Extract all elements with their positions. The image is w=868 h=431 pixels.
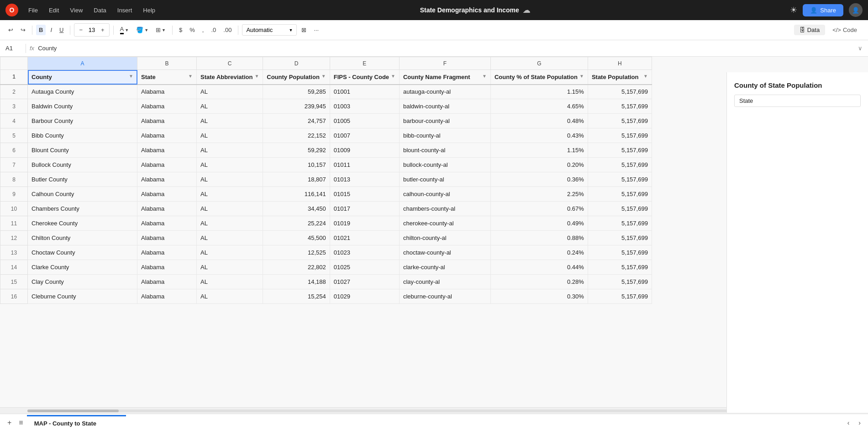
county-pop-cell[interactable]: 25,224	[263, 216, 330, 231]
state-abbr-cell[interactable]: AL	[197, 143, 263, 158]
data-tab-button[interactable]: 🗄 Data	[794, 25, 825, 35]
county-pop-cell[interactable]: 14,188	[263, 275, 330, 289]
pct-cell[interactable]: 0.36%	[490, 172, 588, 187]
fragment-cell[interactable]: bibb-county-al	[399, 128, 490, 143]
sheet-tab-map---county-to-state[interactable]: MAP - County to State	[27, 415, 126, 431]
filter-icon-c[interactable]: ▼	[254, 74, 259, 79]
county-cell[interactable]: Choctaw County	[28, 245, 137, 260]
state-abbr-cell[interactable]: AL	[197, 172, 263, 187]
state-abbr-cell[interactable]: AL	[197, 99, 263, 114]
col-header-g[interactable]: G	[490, 57, 588, 70]
state-pop-cell[interactable]: 5,157,699	[588, 260, 652, 275]
italic-button[interactable]: I	[47, 25, 55, 35]
county-pop-cell[interactable]: 22,152	[263, 128, 330, 143]
fips-cell[interactable]: 01019	[330, 216, 399, 231]
tab-prev-button[interactable]: ‹	[844, 417, 853, 428]
row-num-7[interactable]: 7	[0, 158, 28, 172]
county-pop-cell[interactable]: 24,757	[263, 114, 330, 128]
fips-cell[interactable]: 01011	[330, 158, 399, 172]
state-abbr-cell[interactable]: AL	[197, 128, 263, 143]
pct-cell[interactable]: 0.43%	[490, 128, 588, 143]
fips-cell[interactable]: 01025	[330, 260, 399, 275]
state-cell[interactable]: Alabama	[137, 85, 197, 99]
county-cell[interactable]: Autauga County	[28, 85, 137, 99]
fragment-cell[interactable]: blount-county-al	[399, 143, 490, 158]
font-size-increase[interactable]: +	[98, 25, 107, 35]
row-num-14[interactable]: 14	[0, 260, 28, 275]
state-cell[interactable]: Alabama	[137, 216, 197, 231]
fragment-cell[interactable]: barbour-county-al	[399, 114, 490, 128]
state-cell[interactable]: Alabama	[137, 260, 197, 275]
county-cell[interactable]: Bullock County	[28, 158, 137, 172]
filter-icon-h[interactable]: ▼	[643, 74, 648, 79]
state-pop-cell[interactable]: 5,157,699	[588, 99, 652, 114]
county-cell[interactable]: Butler County	[28, 172, 137, 187]
fips-cell[interactable]: 01027	[330, 275, 399, 289]
add-sheet-button[interactable]: +	[4, 417, 15, 429]
pct-cell[interactable]: 1.15%	[490, 85, 588, 99]
format-dropdown[interactable]: Automatic ▼	[242, 24, 297, 36]
merge-button[interactable]: ⊠	[299, 25, 309, 35]
filter-icon-e[interactable]: ▼	[391, 74, 395, 79]
state-abbr-cell[interactable]: AL	[197, 245, 263, 260]
fips-cell[interactable]: 01001	[330, 85, 399, 99]
row-num-13[interactable]: 13	[0, 245, 28, 260]
state-cell[interactable]: Alabama	[137, 231, 197, 245]
state-abbr-cell[interactable]: AL	[197, 187, 263, 202]
county-pop-cell[interactable]: 59,292	[263, 143, 330, 158]
state-cell[interactable]: Alabama	[137, 245, 197, 260]
state-pop-cell[interactable]: 5,157,699	[588, 275, 652, 289]
state-pop-cell[interactable]: 5,157,699	[588, 143, 652, 158]
row-num-6[interactable]: 6	[0, 143, 28, 158]
fragment-cell[interactable]: autauga-county-al	[399, 85, 490, 99]
county-pop-cell[interactable]: 12,525	[263, 245, 330, 260]
col-header-e[interactable]: E	[330, 57, 399, 70]
state-abbr-cell[interactable]: AL	[197, 275, 263, 289]
state-pop-cell[interactable]: 5,157,699	[588, 114, 652, 128]
filter-icon-g[interactable]: ▼	[579, 74, 584, 79]
pct-cell[interactable]: 0.49%	[490, 216, 588, 231]
state-pop-cell[interactable]: 5,157,699	[588, 289, 652, 304]
row-num-15[interactable]: 15	[0, 275, 28, 289]
state-cell[interactable]: Alabama	[137, 143, 197, 158]
state-pop-cell[interactable]: 5,157,699	[588, 245, 652, 260]
col-header-a[interactable]: A	[28, 57, 137, 70]
borders-button[interactable]: ⊞ ▼	[153, 25, 168, 35]
state-pop-cell[interactable]: 5,157,699	[588, 202, 652, 216]
state-cell[interactable]: Alabama	[137, 158, 197, 172]
pct-cell[interactable]: 2.25%	[490, 187, 588, 202]
county-cell[interactable]: Blount County	[28, 143, 137, 158]
fragment-cell[interactable]: chilton-county-al	[399, 231, 490, 245]
row-num-2[interactable]: 2	[0, 85, 28, 99]
county-pop-cell[interactable]: 18,807	[263, 172, 330, 187]
state-abbr-cell[interactable]: AL	[197, 216, 263, 231]
county-cell[interactable]: Clarke County	[28, 260, 137, 275]
font-size-decrease[interactable]: −	[76, 25, 85, 35]
header-cell-h[interactable]: State Population ▼	[588, 70, 652, 85]
pct-cell[interactable]: 0.20%	[490, 158, 588, 172]
col-header-d[interactable]: D	[263, 57, 330, 70]
fill-color-button[interactable]: 🪣 ▼	[133, 25, 151, 35]
fragment-cell[interactable]: clay-county-al	[399, 275, 490, 289]
scroll-thumb[interactable]	[27, 410, 119, 412]
fragment-cell[interactable]: cherokee-county-al	[399, 216, 490, 231]
state-pop-cell[interactable]: 5,157,699	[588, 187, 652, 202]
state-cell[interactable]: Alabama	[137, 187, 197, 202]
fragment-cell[interactable]: butler-county-al	[399, 172, 490, 187]
fragment-cell[interactable]: clarke-county-al	[399, 260, 490, 275]
undo-button[interactable]: ↩	[5, 25, 16, 35]
header-cell-e[interactable]: FIPS - County Code ▼	[330, 70, 399, 85]
pct-cell[interactable]: 0.30%	[490, 289, 588, 304]
filter-icon-d[interactable]: ▼	[321, 74, 326, 79]
pct-cell[interactable]: 0.48%	[490, 114, 588, 128]
col-header-h[interactable]: H	[588, 57, 652, 70]
menu-view[interactable]: View	[65, 5, 87, 16]
fips-cell[interactable]: 01021	[330, 231, 399, 245]
header-cell-a[interactable]: County ▼	[28, 70, 137, 85]
header-cell-d[interactable]: County Population ▼	[263, 70, 330, 85]
increase-decimal-button[interactable]: .00	[221, 25, 234, 35]
bold-button[interactable]: B	[36, 25, 46, 35]
fips-cell[interactable]: 01013	[330, 172, 399, 187]
state-abbr-cell[interactable]: AL	[197, 260, 263, 275]
percent-button[interactable]: %	[187, 25, 198, 35]
